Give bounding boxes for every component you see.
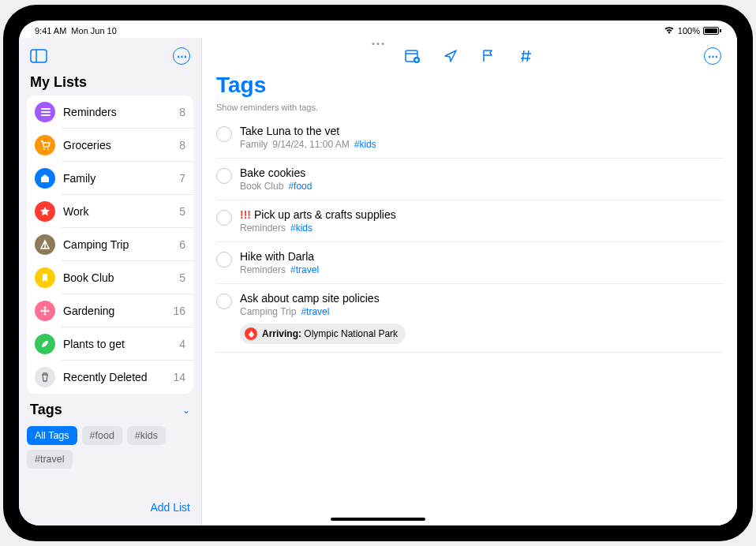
tent-icon <box>35 234 55 255</box>
list-name: Family <box>63 172 171 185</box>
svg-rect-0 <box>31 50 47 62</box>
leaf-icon <box>35 334 55 354</box>
reminder-list: Reminders <box>240 223 286 234</box>
main-panel: ⋯ Tags Show reminders with tags. Take Lu… <box>202 38 737 525</box>
list-name: Camping Trip <box>63 238 171 251</box>
my-lists-header: My Lists <box>19 73 201 95</box>
reminder-item[interactable]: !!! Pick up arts & crafts supplies Remin… <box>216 200 723 242</box>
svg-point-4 <box>43 309 47 312</box>
list-count: 5 <box>179 271 185 284</box>
list-count: 6 <box>179 238 185 251</box>
battery-percent: 100% <box>678 26 700 36</box>
reminder-title: Bake cookies <box>240 166 305 179</box>
status-date: Mon Jun 10 <box>71 26 116 36</box>
reminder-title: Ask about camp site policies <box>240 292 380 305</box>
list-count: 14 <box>173 371 185 383</box>
list-name: Book Club <box>63 271 171 284</box>
multitask-dots-icon[interactable] <box>372 43 384 45</box>
wifi-icon <box>664 26 675 36</box>
list-item[interactable]: Family 7 <box>27 162 193 195</box>
reminder-tag[interactable]: #food <box>288 181 312 192</box>
svg-point-5 <box>44 307 47 309</box>
list-name: Work <box>63 205 171 218</box>
list-name: Gardening <box>63 305 165 317</box>
list-item[interactable]: Camping Trip 6 <box>27 228 193 261</box>
hashtag-icon[interactable] <box>516 46 537 66</box>
home-indicator[interactable] <box>331 518 425 521</box>
reminder-title: Pick up arts & crafts supplies <box>254 208 396 221</box>
calendar-add-icon[interactable] <box>402 46 423 66</box>
reminder-title: Take Luna to the vet <box>240 125 339 137</box>
trash-icon <box>35 367 55 387</box>
list-count: 16 <box>173 305 185 317</box>
svg-point-2 <box>43 148 45 150</box>
status-time: 9:41 AM <box>35 26 66 36</box>
location-pin-icon <box>245 327 257 340</box>
priority-indicator: !!! <box>240 208 251 221</box>
list-name: Recently Deleted <box>63 371 165 383</box>
home-icon <box>35 168 55 189</box>
location-pill: Arriving: Olympic National Park <box>240 323 406 344</box>
reminder-item[interactable]: Bake cookies Book Club #food <box>216 159 723 200</box>
list-count: 8 <box>179 106 185 118</box>
tag-chip[interactable]: #travel <box>27 450 73 469</box>
star-icon <box>35 201 55 222</box>
flag-icon[interactable] <box>478 46 499 66</box>
chevron-down-icon[interactable]: ⌄ <box>182 405 190 416</box>
list-item[interactable]: Gardening 16 <box>27 294 193 327</box>
tag-chip[interactable]: #food <box>82 426 122 445</box>
list-icon <box>35 102 55 122</box>
reminder-checkbox[interactable] <box>216 252 232 267</box>
cart-icon <box>35 135 55 155</box>
reminder-list: Reminders <box>240 264 286 275</box>
sidebar-toggle-icon[interactable] <box>28 46 49 66</box>
reminder-item[interactable]: Ask about camp site policies Camping Tri… <box>216 284 723 353</box>
list-count: 5 <box>179 205 185 218</box>
page-subtitle: Show reminders with tags. <box>202 98 737 117</box>
svg-point-8 <box>47 310 50 312</box>
svg-point-6 <box>44 313 47 316</box>
list-item[interactable]: Groceries 8 <box>27 129 193 162</box>
list-item[interactable]: Plants to get 4 <box>27 327 193 361</box>
list-name: Plants to get <box>63 338 171 350</box>
status-bar: 9:41 AM Mon Jun 10 100% <box>19 21 737 38</box>
reminder-checkbox[interactable] <box>216 294 232 309</box>
reminder-tag[interactable]: #travel <box>290 264 319 275</box>
reminder-title: Hike with Darla <box>240 250 314 263</box>
list-name: Groceries <box>63 139 171 151</box>
svg-point-7 <box>41 310 43 312</box>
reminder-date: 9/14/24, 11:00 AM <box>272 139 349 150</box>
list-count: 7 <box>179 172 185 185</box>
tags-section-header: Tags <box>30 402 62 418</box>
reminder-item[interactable]: Hike with Darla Reminders #travel <box>216 242 723 284</box>
sidebar: ⋯ My Lists Reminders 8 Groceries 8 Famil… <box>19 38 202 525</box>
reminder-checkbox[interactable] <box>216 126 232 142</box>
reminder-checkbox[interactable] <box>216 168 232 184</box>
add-list-button[interactable]: Add List <box>150 501 190 514</box>
reminder-tag[interactable]: #kids <box>290 223 313 234</box>
page-title: Tags <box>216 73 723 98</box>
list-count: 8 <box>179 139 185 151</box>
reminder-list: Book Club <box>240 181 283 192</box>
reminder-tag[interactable]: #kids <box>354 139 376 150</box>
reminder-item[interactable]: Take Luna to the vet Family 9/14/24, 11:… <box>216 117 723 159</box>
location-icon[interactable] <box>440 46 461 66</box>
list-item[interactable]: Book Club 5 <box>27 261 193 294</box>
reminder-list: Camping Trip <box>240 306 296 317</box>
main-more-button[interactable]: ⋯ <box>702 46 723 66</box>
tag-chip[interactable]: #kids <box>127 426 166 445</box>
list-item[interactable]: Recently Deleted 14 <box>27 361 193 394</box>
list-name: Reminders <box>63 106 171 118</box>
reminder-tag[interactable]: #travel <box>301 306 329 317</box>
flower-icon <box>35 301 55 321</box>
reminder-list: Family <box>240 139 268 150</box>
list-count: 4 <box>179 338 185 350</box>
list-item[interactable]: Reminders 8 <box>27 95 193 129</box>
tag-chip[interactable]: All Tags <box>27 426 77 445</box>
bookmark-icon <box>35 267 55 288</box>
reminder-checkbox[interactable] <box>216 210 232 226</box>
list-item[interactable]: Work 5 <box>27 195 193 228</box>
more-button[interactable]: ⋯ <box>171 46 192 66</box>
battery-icon <box>703 27 721 35</box>
svg-point-3 <box>47 148 49 150</box>
